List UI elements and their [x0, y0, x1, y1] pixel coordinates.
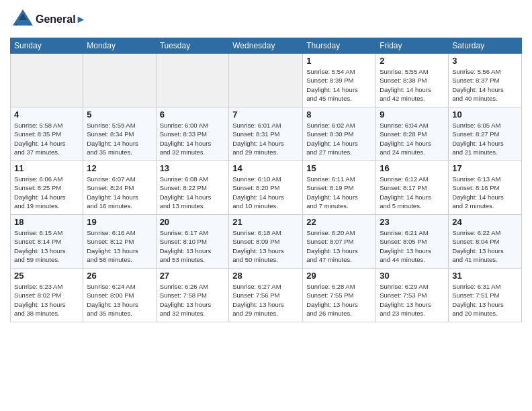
day-info: Sunrise: 6:21 AM Sunset: 8:05 PM Dayligh… — [380, 228, 445, 264]
calendar-cell: 23Sunrise: 6:21 AM Sunset: 8:05 PM Dayli… — [376, 215, 449, 269]
calendar-cell: 5Sunrise: 5:59 AM Sunset: 8:34 PM Daylig… — [83, 107, 156, 161]
day-info: Sunrise: 6:26 AM Sunset: 7:58 PM Dayligh… — [160, 282, 226, 318]
calendar-cell — [156, 54, 229, 107]
svg-rect-2 — [17, 20, 29, 26]
day-info: Sunrise: 6:02 AM Sunset: 8:30 PM Dayligh… — [306, 121, 372, 156]
calendar-cell: 17Sunrise: 6:13 AM Sunset: 8:16 PM Dayli… — [449, 161, 522, 215]
calendar-cell: 2Sunrise: 5:55 AM Sunset: 8:38 PM Daylig… — [376, 54, 449, 107]
day-info: Sunrise: 6:06 AM Sunset: 8:25 PM Dayligh… — [14, 175, 79, 210]
calendar-cell: 1Sunrise: 5:54 AM Sunset: 8:39 PM Daylig… — [303, 54, 376, 107]
calendar-cell: 10Sunrise: 6:05 AM Sunset: 8:27 PM Dayli… — [449, 107, 522, 161]
day-number: 7 — [232, 109, 299, 120]
day-info: Sunrise: 6:00 AM Sunset: 8:33 PM Dayligh… — [160, 121, 226, 156]
calendar-cell: 30Sunrise: 6:29 AM Sunset: 7:53 PM Dayli… — [376, 269, 449, 322]
day-number: 12 — [87, 163, 152, 173]
day-info: Sunrise: 6:28 AM Sunset: 7:55 PM Dayligh… — [306, 282, 372, 318]
calendar-cell: 15Sunrise: 6:11 AM Sunset: 8:19 PM Dayli… — [303, 161, 376, 215]
day-header-tuesday: Tuesday — [156, 38, 229, 54]
calendar-cell: 18Sunrise: 6:15 AM Sunset: 8:14 PM Dayli… — [11, 215, 83, 269]
day-number: 13 — [160, 163, 226, 173]
calendar-cell — [11, 54, 83, 107]
day-number: 11 — [14, 163, 79, 173]
day-number: 30 — [380, 271, 445, 281]
day-info: Sunrise: 6:24 AM Sunset: 8:00 PM Dayligh… — [87, 282, 152, 318]
day-info: Sunrise: 5:54 AM Sunset: 8:39 PM Dayligh… — [306, 67, 372, 103]
day-number: 17 — [452, 163, 518, 173]
day-number: 22 — [306, 217, 372, 227]
calendar-cell: 8Sunrise: 6:02 AM Sunset: 8:30 PM Daylig… — [303, 107, 376, 161]
logo-icon — [10, 7, 36, 32]
day-number: 28 — [232, 271, 299, 281]
day-number: 2 — [380, 56, 445, 66]
calendar-cell: 4Sunrise: 5:58 AM Sunset: 8:35 PM Daylig… — [11, 107, 83, 161]
day-info: Sunrise: 6:29 AM Sunset: 7:53 PM Dayligh… — [380, 282, 445, 318]
calendar-cell: 11Sunrise: 6:06 AM Sunset: 8:25 PM Dayli… — [11, 161, 83, 215]
calendar-cell: 29Sunrise: 6:28 AM Sunset: 7:55 PM Dayli… — [303, 269, 376, 322]
day-info: Sunrise: 6:01 AM Sunset: 8:31 PM Dayligh… — [232, 121, 299, 156]
logo-text: General► — [36, 13, 86, 26]
day-header-thursday: Thursday — [303, 38, 376, 54]
calendar-cell: 26Sunrise: 6:24 AM Sunset: 8:00 PM Dayli… — [83, 269, 156, 322]
day-number: 21 — [232, 217, 299, 227]
day-info: Sunrise: 6:08 AM Sunset: 8:22 PM Dayligh… — [160, 175, 226, 210]
day-header-monday: Monday — [83, 38, 156, 54]
day-info: Sunrise: 6:12 AM Sunset: 8:17 PM Dayligh… — [380, 175, 445, 210]
day-number: 10 — [452, 109, 518, 120]
calendar-cell: 14Sunrise: 6:10 AM Sunset: 8:20 PM Dayli… — [229, 161, 303, 215]
day-info: Sunrise: 6:11 AM Sunset: 8:19 PM Dayligh… — [306, 175, 372, 210]
calendar-cell: 31Sunrise: 6:31 AM Sunset: 7:51 PM Dayli… — [449, 269, 522, 322]
calendar-cell: 20Sunrise: 6:17 AM Sunset: 8:10 PM Dayli… — [156, 215, 229, 269]
day-number: 4 — [14, 109, 79, 120]
day-number: 20 — [160, 217, 226, 227]
day-number: 23 — [380, 217, 445, 227]
day-info: Sunrise: 6:27 AM Sunset: 7:56 PM Dayligh… — [232, 282, 299, 318]
day-info: Sunrise: 6:20 AM Sunset: 8:07 PM Dayligh… — [306, 228, 372, 264]
day-number: 3 — [452, 56, 518, 66]
day-info: Sunrise: 6:17 AM Sunset: 8:10 PM Dayligh… — [160, 228, 226, 264]
day-number: 24 — [452, 217, 518, 227]
day-info: Sunrise: 5:55 AM Sunset: 8:38 PM Dayligh… — [380, 67, 445, 103]
day-info: Sunrise: 5:59 AM Sunset: 8:34 PM Dayligh… — [87, 121, 152, 156]
calendar-cell — [229, 54, 303, 107]
calendar-cell: 28Sunrise: 6:27 AM Sunset: 7:56 PM Dayli… — [229, 269, 303, 322]
day-header-friday: Friday — [376, 38, 449, 54]
calendar-cell: 21Sunrise: 6:18 AM Sunset: 8:09 PM Dayli… — [229, 215, 303, 269]
calendar-week-3: 11Sunrise: 6:06 AM Sunset: 8:25 PM Dayli… — [11, 161, 522, 215]
calendar-cell: 22Sunrise: 6:20 AM Sunset: 8:07 PM Dayli… — [303, 215, 376, 269]
header: General► — [10, 7, 522, 32]
calendar-cell: 25Sunrise: 6:23 AM Sunset: 8:02 PM Dayli… — [11, 269, 83, 322]
day-number: 25 — [14, 271, 79, 281]
day-info: Sunrise: 6:18 AM Sunset: 8:09 PM Dayligh… — [232, 228, 299, 264]
day-info: Sunrise: 5:58 AM Sunset: 8:35 PM Dayligh… — [14, 121, 79, 156]
calendar-cell: 6Sunrise: 6:00 AM Sunset: 8:33 PM Daylig… — [156, 107, 229, 161]
day-info: Sunrise: 6:22 AM Sunset: 8:04 PM Dayligh… — [452, 228, 518, 264]
day-number: 9 — [380, 109, 445, 120]
calendar-week-4: 18Sunrise: 6:15 AM Sunset: 8:14 PM Dayli… — [11, 215, 522, 269]
calendar-cell: 16Sunrise: 6:12 AM Sunset: 8:17 PM Dayli… — [376, 161, 449, 215]
day-number: 19 — [87, 217, 152, 227]
calendar-cell: 7Sunrise: 6:01 AM Sunset: 8:31 PM Daylig… — [229, 107, 303, 161]
calendar-week-5: 25Sunrise: 6:23 AM Sunset: 8:02 PM Dayli… — [11, 269, 522, 322]
calendar-week-1: 1Sunrise: 5:54 AM Sunset: 8:39 PM Daylig… — [11, 54, 522, 107]
calendar-cell: 27Sunrise: 6:26 AM Sunset: 7:58 PM Dayli… — [156, 269, 229, 322]
day-info: Sunrise: 5:56 AM Sunset: 8:37 PM Dayligh… — [452, 67, 518, 103]
page: General► SundayMondayTuesdayWednesdayThu… — [0, 0, 532, 411]
day-info: Sunrise: 6:23 AM Sunset: 8:02 PM Dayligh… — [14, 282, 79, 318]
calendar-cell: 13Sunrise: 6:08 AM Sunset: 8:22 PM Dayli… — [156, 161, 229, 215]
day-number: 29 — [306, 271, 372, 281]
day-number: 15 — [306, 163, 372, 173]
calendar-week-2: 4Sunrise: 5:58 AM Sunset: 8:35 PM Daylig… — [11, 107, 522, 161]
day-info: Sunrise: 6:15 AM Sunset: 8:14 PM Dayligh… — [14, 228, 79, 264]
day-number: 5 — [87, 109, 152, 120]
day-header-wednesday: Wednesday — [229, 38, 303, 54]
day-number: 31 — [452, 271, 518, 281]
logo: General► — [10, 7, 86, 32]
calendar-cell — [83, 54, 156, 107]
day-number: 14 — [232, 163, 299, 173]
day-info: Sunrise: 6:04 AM Sunset: 8:28 PM Dayligh… — [380, 121, 445, 156]
day-info: Sunrise: 6:05 AM Sunset: 8:27 PM Dayligh… — [452, 121, 518, 156]
day-info: Sunrise: 6:16 AM Sunset: 8:12 PM Dayligh… — [87, 228, 152, 264]
day-number: 26 — [87, 271, 152, 281]
day-number: 16 — [380, 163, 445, 173]
day-info: Sunrise: 6:13 AM Sunset: 8:16 PM Dayligh… — [452, 175, 518, 210]
